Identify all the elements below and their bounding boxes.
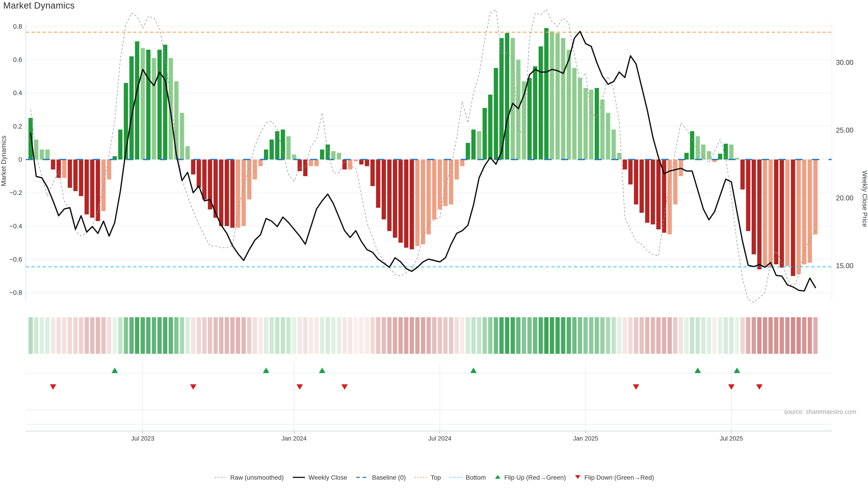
right-axis-tick-label: 30.00 [836,59,854,66]
heatmap-cell [353,317,358,354]
heatmap-cell [741,317,745,354]
heatmap-cell [763,317,767,354]
dynamics-bar [68,160,72,188]
dynamics-bar [404,160,408,248]
dynamics-bar [746,160,750,231]
heatmap-cell [718,317,722,354]
x-axis-tick-label: Jul 2023 [131,435,154,442]
legend-item-label: Baseline (0) [372,474,406,481]
dynamics-bar [410,160,414,250]
heatmap-cell [488,317,493,354]
heatmap-cell [712,317,717,354]
heatmap-cell [729,317,734,354]
dynamics-bar [73,160,78,191]
heatmap-cell [780,317,784,354]
dynamics-bar [578,78,582,160]
heatmap-cell [695,317,700,354]
heatmap-cell [567,317,571,354]
right-axis-tick-label: 20.00 [836,194,854,202]
flip-up-marker [319,367,325,373]
right-axis-title: Weekly Close Price [861,170,868,227]
legend-item-raw: Raw (unsmoothed) [214,474,284,481]
dynamics-bar [180,113,184,160]
heatmap-cell [550,317,554,354]
heatmap-cell [135,317,139,354]
legend-item-close: Weekly Close [292,474,347,481]
dynamics-bar [460,160,465,166]
legend-item-label: Flip Down (Green→Red) [584,474,654,481]
heatmap-cell [449,317,453,354]
left-axis-title: Market Dynamics [0,135,7,186]
heatmap-cell [572,317,577,354]
heatmap-cell [813,317,817,354]
dynamics-bar [40,150,44,160]
dynamics-bar [757,160,762,269]
dynamics-bar [802,160,806,264]
dynamics-bar [567,50,571,160]
heatmap-cell [157,317,162,354]
legend-item-top: Top [414,474,441,481]
heatmap-cell [225,317,229,354]
dynamics-bar [516,60,521,160]
flip-down-marker [633,384,639,390]
heatmap-cell [40,317,44,354]
heatmap-cell [85,317,89,354]
dynamics-bar [623,160,627,169]
dynamics-bar [707,151,711,160]
heatmap-cell [679,317,683,354]
heatmap-cell [387,317,392,354]
left-axis-tick-label: −0.8 [9,289,22,296]
dynamics-bar [314,160,319,166]
heatmap-cell [57,317,61,354]
heatmap-cell [342,317,347,354]
market-dynamics-chart: 0.80.60.40.20−0.2−0.4−0.6−0.830.0025.002… [0,0,868,488]
dynamics-bar [449,160,453,204]
dynamics-bar [85,160,89,215]
heatmap-cell [230,317,235,354]
dynamics-bar [774,160,778,264]
heatmap-cell [606,317,610,354]
heatmap-cell [623,317,627,354]
heatmap-cell [337,317,341,354]
heatmap-cell [399,317,403,354]
dynamics-bar [741,160,745,190]
heatmap-cell [146,317,151,354]
flip-markers [50,367,763,390]
heatmap-cell [309,317,313,354]
baseline-legend-icon [356,474,369,481]
heatmap-cell [471,317,475,354]
heatmap-cell [466,317,470,354]
dynamics-bar [785,160,789,266]
heatmap-cell [510,317,515,354]
heatmap-cell [415,317,420,354]
legend-item-flip_up: Flip Up (Red→Green) [494,474,566,481]
heatmap-cell [410,317,414,354]
heatmap-cell [432,317,436,354]
heatmap-cell [499,317,504,354]
dynamics-bar [769,160,773,268]
heatmap-cell [219,317,223,354]
heatmap-cell [483,317,487,354]
dynamics-bar [309,160,313,166]
x-axis-tick-label: Jan 2025 [573,435,598,442]
heatmap-cell [236,317,240,354]
heatmap-cell [494,317,498,354]
dynamics-bar [348,160,352,169]
heatmap-cell [331,317,336,354]
dynamics-bar [286,136,291,160]
left-axis-tick-label: 0.6 [13,56,22,63]
dynamics-bar [45,150,50,160]
heatmap-cell [197,317,201,354]
heatmap-cell [544,317,549,354]
legend-item-label: Bottom [466,474,486,481]
heatmap-cell [583,317,588,354]
heatmap-cell [314,317,319,354]
dynamics-bar [466,143,470,160]
heatmap-cell [213,317,218,354]
heatmap-cell [264,317,268,354]
dynamics-bar [157,50,162,160]
flip-down-marker [728,384,735,390]
heatmap-cell [746,317,750,354]
flip-down-marker [190,384,196,390]
dynamics-bar [527,78,532,160]
